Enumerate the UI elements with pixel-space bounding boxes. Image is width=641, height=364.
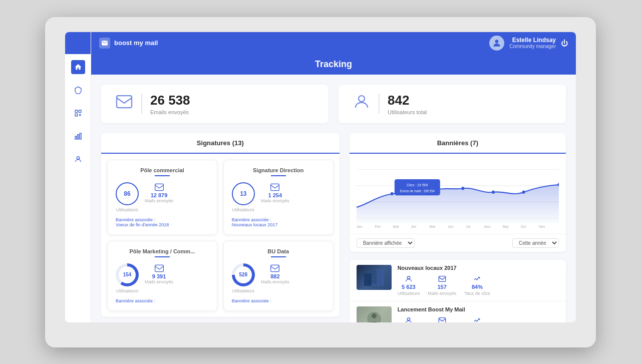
sidebar-item-chart[interactable] <box>71 129 85 143</box>
svg-rect-12 <box>155 265 163 271</box>
sig-card-2-footer: Bannière associée : Nouveaux locaux 2017 <box>232 217 325 227</box>
svg-rect-13 <box>271 265 279 271</box>
sig-card-4-line <box>271 256 286 257</box>
svg-text:Clics : 19 500: Clics : 19 500 <box>407 182 428 187</box>
page-title: Tracking <box>315 59 352 69</box>
app-name: boost my mail <box>114 39 158 47</box>
stat-divider-1 <box>141 94 142 114</box>
sig-card-2-line <box>271 175 286 176</box>
stat-divider-2 <box>379 94 380 114</box>
sidebar-item-edit[interactable] <box>71 106 85 120</box>
svg-point-9 <box>359 96 365 102</box>
stat-emails: 26 538 Emails envoyés <box>101 85 329 123</box>
sig-card-1-circle: 86 <box>116 182 139 205</box>
svg-point-7 <box>495 40 499 43</box>
two-col-layout: Signatures (13) Pôle commercial <box>101 133 566 322</box>
chart-area: Clics : 19 500 Envois de mails : 260 554… <box>350 154 566 234</box>
svg-text:Nov: Nov <box>539 224 545 228</box>
banner-name-1: Nouveaux locaux 2017 <box>398 265 559 271</box>
chart-svg: Clics : 19 500 Envois de mails : 260 554… <box>357 159 559 229</box>
svg-point-6 <box>77 156 79 159</box>
banner-thumb-2 <box>357 306 392 322</box>
bannieres-section: Bannières (7) <box>350 133 566 252</box>
banner-info-2: Lancement Boost My Mail Utilisateurs <box>398 306 559 322</box>
sig-card-4-footer: Bannière associée : <box>232 298 325 303</box>
logo-area: boost my mail <box>99 38 158 49</box>
sig-card-3-envelope: 9 391 Mails envoyés <box>145 263 173 284</box>
banner-metric-clics-1: 84% Taux de clics <box>464 275 490 296</box>
sig-card-1-footer: Bannière associée : Voeux de fin d'année… <box>116 217 209 227</box>
banner-item-2: Lancement Boost My Mail Utilisateurs <box>350 301 566 322</box>
banner-info-1: Nouveaux locaux 2017 5 623 Utilisateurs <box>398 265 559 296</box>
svg-rect-8 <box>117 96 132 108</box>
svg-rect-41 <box>377 269 384 286</box>
svg-text:Mai: Mai <box>429 224 435 228</box>
sig-card-4: BU Data 528 Utilisateurs <box>223 241 334 311</box>
screen: boost my mail Estelle Lindsay Community … <box>65 32 576 322</box>
banner-metrics-1: 5 623 Utilisateurs 157 Mails envoyés <box>398 275 559 296</box>
banner-metric-users-2: Utilisateurs <box>398 316 420 322</box>
user-info: Estelle Lindsay Community manager <box>509 37 556 49</box>
banner-metric-mails-1: 157 Mails envoyés <box>428 275 456 296</box>
signatures-grid: Pôle commercial 86 Utilisate <box>101 154 340 317</box>
user-role: Community manager <box>509 44 556 49</box>
svg-text:Avr: Avr <box>411 224 417 228</box>
email-stat-icon <box>115 93 133 115</box>
svg-text:Oct: Oct <box>520 224 526 228</box>
sig-card-4-stats: 528 Utilisateurs 882 Mails envoyés <box>232 263 325 293</box>
svg-rect-11 <box>271 184 279 190</box>
topbar: boost my mail Estelle Lindsay Community … <box>91 32 576 54</box>
svg-point-45 <box>372 313 377 318</box>
banner-metrics-2: Utilisateurs Mails envoyés <box>398 316 559 322</box>
svg-rect-40 <box>364 273 372 286</box>
svg-rect-10 <box>155 184 163 190</box>
svg-text:Jun: Jun <box>448 224 453 228</box>
banner-name-2: Lancement Boost My Mail <box>398 306 559 312</box>
content-area: 26 538 Emails envoyés 842 Utilisateurs t… <box>91 75 576 322</box>
user-stat-icon <box>353 93 371 115</box>
power-icon[interactable]: ⏻ <box>561 39 568 47</box>
svg-text:Envois de mails : 260 554: Envois de mails : 260 554 <box>400 189 435 192</box>
svg-rect-47 <box>439 317 445 322</box>
svg-text:Mar: Mar <box>393 224 399 228</box>
chart-banner-select[interactable]: Bannière affichée <box>357 238 415 248</box>
sig-card-3: Pôle Marketing / Comm... 154 <box>107 241 217 311</box>
sidebar-item-shield[interactable] <box>71 83 85 97</box>
emails-stat-info: 26 538 Emails envoyés <box>150 93 190 115</box>
user-name: Estelle Lindsay <box>509 37 556 44</box>
sig-card-1-stats: 86 Utilisateurs 12 879 Mails envoyés <box>116 182 209 212</box>
banner-metric-mails-2: Mails envoyés <box>428 316 456 322</box>
users-value: 842 <box>388 93 427 108</box>
svg-point-42 <box>407 276 410 278</box>
banner-thumb-img-2 <box>357 306 392 322</box>
laptop-wrapper: boost my mail Estelle Lindsay Community … <box>45 17 596 347</box>
sig-card-1-title: Pôle commercial <box>116 167 209 176</box>
stats-row: 26 538 Emails envoyés 842 Utilisateurs t… <box>101 85 566 123</box>
sig-card-3-circle: 154 <box>116 263 139 286</box>
avatar <box>489 36 504 51</box>
sig-card-2-title: Signature Direction <box>232 167 325 176</box>
sig-card-2-envelope: 1 254 Mails envoyés <box>261 182 289 203</box>
svg-text:Sep: Sep <box>502 224 509 228</box>
banner-thumb-1 <box>357 265 392 290</box>
svg-text:Aou: Aou <box>484 224 490 228</box>
sig-card-3-stats: 154 Utilisateurs 9 391 Mails envoyés <box>116 263 209 293</box>
main-content: boost my mail Estelle Lindsay Community … <box>91 32 576 322</box>
svg-rect-0 <box>75 110 78 113</box>
banner-metric-users-1: 5 623 Utilisateurs <box>398 275 420 296</box>
sidebar <box>65 32 91 322</box>
svg-point-21 <box>492 190 495 193</box>
signatures-card: Signatures (13) Pôle commercial <box>101 133 340 317</box>
sidebar-item-user[interactable] <box>71 152 85 166</box>
chart-period-select[interactable]: Cette année <box>512 238 559 248</box>
sig-card-1-envelope: 12 879 Mails envoyés <box>145 182 173 203</box>
sig-card-3-title: Pôle Marketing / Comm... <box>116 248 209 257</box>
sig-card-4-title: BU Data <box>232 248 325 257</box>
sidebar-item-home[interactable] <box>71 60 85 74</box>
banner-items-card: Nouveaux locaux 2017 5 623 Utilisateurs <box>350 260 566 322</box>
svg-point-22 <box>522 190 525 193</box>
sig-card-1-line <box>155 175 170 176</box>
svg-rect-4 <box>77 134 79 139</box>
svg-text:Jul: Jul <box>466 224 470 228</box>
svg-rect-1 <box>79 110 81 113</box>
